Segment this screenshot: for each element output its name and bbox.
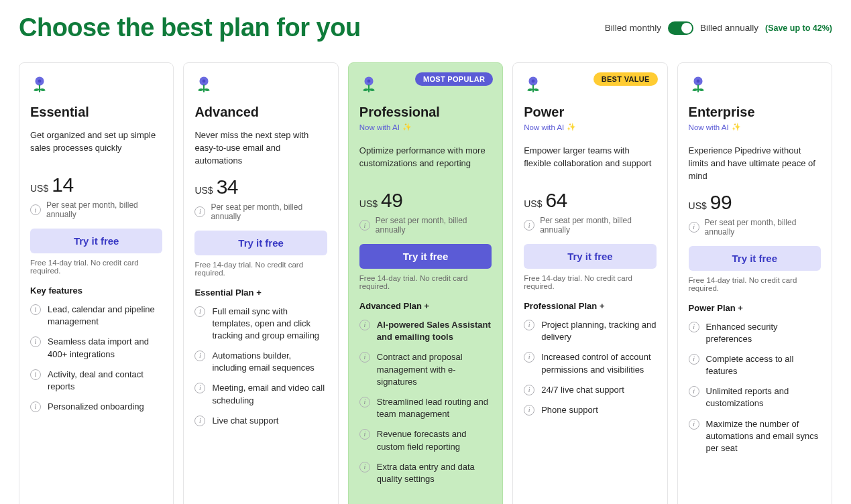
features-list: i AI-powered Sales Assistant and emailin… xyxy=(359,319,492,485)
see-all-features-link[interactable]: See all features xyxy=(359,485,492,504)
info-icon[interactable]: i xyxy=(359,429,370,440)
info-icon[interactable]: i xyxy=(359,220,370,231)
info-icon[interactable]: i xyxy=(689,322,699,332)
info-icon[interactable]: i xyxy=(689,354,699,365)
try-free-button[interactable]: Try it free xyxy=(524,244,656,269)
info-icon[interactable]: i xyxy=(689,386,699,397)
price-row: US$ 14 xyxy=(30,174,162,196)
see-all-features-link[interactable]: See all features xyxy=(194,485,327,504)
info-icon[interactable]: i xyxy=(689,419,699,430)
try-free-button[interactable]: Try it free xyxy=(359,244,492,269)
info-icon[interactable]: i xyxy=(689,222,699,233)
currency-label: US$ xyxy=(30,183,48,194)
info-icon[interactable]: i xyxy=(359,320,370,330)
feature-text: Increased control of account permissions… xyxy=(541,351,656,375)
billing-toggle[interactable] xyxy=(668,21,693,35)
info-icon[interactable]: i xyxy=(194,306,205,317)
flower-icon xyxy=(524,75,543,97)
feature-text: Live chat support xyxy=(212,415,278,427)
feature-item: i 24/7 live chat support xyxy=(524,384,656,396)
info-icon[interactable]: i xyxy=(194,383,205,393)
billing-toggle-group: Billed monthly Billed annually (Save up … xyxy=(605,21,832,35)
price-amount: 99 xyxy=(710,191,732,214)
ai-tag-label: Now with AI xyxy=(524,123,564,131)
info-icon[interactable]: i xyxy=(524,385,534,395)
plan-name: Enterprise xyxy=(689,105,821,120)
feature-item: i Contract and proposal management with … xyxy=(359,351,492,388)
plan-badge: MOST POPULAR xyxy=(415,72,493,86)
info-icon[interactable]: i xyxy=(359,462,370,472)
feature-item: i Activity, deal and contact reports xyxy=(30,369,162,393)
feature-text: Personalized onboarding xyxy=(48,401,144,413)
trial-note: Free 14-day trial. No credit card requir… xyxy=(524,274,656,290)
info-icon[interactable]: i xyxy=(30,304,41,315)
info-icon[interactable]: i xyxy=(30,401,41,412)
see-all-features-link[interactable]: See all features xyxy=(30,485,162,504)
plan-name: Essential xyxy=(30,105,162,120)
flower-icon xyxy=(359,75,378,97)
feature-item: i Full email sync with templates, open a… xyxy=(194,306,327,342)
feature-text: Enhanced security preferences xyxy=(706,321,821,345)
features-heading: Advanced Plan + xyxy=(359,301,492,311)
feature-item: i Seamless data import and 400+ integrat… xyxy=(30,336,162,360)
info-icon[interactable]: i xyxy=(194,206,205,217)
try-free-button[interactable]: Try it free xyxy=(689,246,821,271)
price-row: US$ 64 xyxy=(524,189,656,212)
trial-note: Free 14-day trial. No credit card requir… xyxy=(30,259,162,275)
billed-monthly-label[interactable]: Billed monthly xyxy=(605,23,661,33)
info-icon[interactable]: i xyxy=(30,204,41,215)
try-free-button[interactable]: Try it free xyxy=(30,229,162,253)
price-row: US$ 99 xyxy=(689,191,821,214)
price-amount: 14 xyxy=(52,174,73,196)
info-icon[interactable]: i xyxy=(524,352,534,363)
feature-text: Phone support xyxy=(541,404,598,416)
feature-text: Unlimited reports and customizations xyxy=(706,385,821,410)
ai-tag: Now with AI ✨ xyxy=(359,123,492,131)
ai-tag: Now with AI ✨ xyxy=(524,123,656,131)
price-amount: 49 xyxy=(381,189,402,212)
feature-text: Automations builder, including email seq… xyxy=(212,350,327,374)
info-icon[interactable]: i xyxy=(194,416,205,426)
info-icon[interactable]: i xyxy=(30,336,41,347)
features-list: i Enhanced security preferences i Comple… xyxy=(689,321,821,455)
price-note-text: Per seat per month, billed annually xyxy=(46,200,162,219)
info-icon[interactable]: i xyxy=(524,405,534,416)
price-note: i Per seat per month, billed annually xyxy=(359,216,492,235)
see-all-features-link[interactable]: See all features xyxy=(524,485,656,504)
trial-note: Free 14-day trial. No credit card requir… xyxy=(689,276,821,292)
price-note-text: Per seat per month, billed annually xyxy=(540,216,656,235)
price-note: i Per seat per month, billed annually xyxy=(194,202,327,221)
info-icon[interactable]: i xyxy=(194,351,205,361)
billed-annually-label[interactable]: Billed annually xyxy=(700,23,758,33)
svg-point-7 xyxy=(532,80,535,83)
feature-item: i Increased control of account permissio… xyxy=(524,351,656,375)
plan-description: Empower larger teams with flexible colla… xyxy=(524,145,656,181)
info-icon[interactable]: i xyxy=(524,220,534,231)
svg-point-1 xyxy=(38,80,42,83)
try-free-button[interactable]: Try it free xyxy=(194,231,327,255)
page-title: Choose the best plan for you xyxy=(19,13,361,42)
plan-card-power: BEST VALUE Power Now with AI ✨ Empower l… xyxy=(512,62,667,504)
info-icon[interactable]: i xyxy=(524,320,534,330)
features-heading: Essential Plan + xyxy=(194,288,327,298)
pricing-header: Choose the best plan for you Billed mont… xyxy=(19,13,832,42)
price-amount: 34 xyxy=(217,176,238,198)
trial-note: Free 14-day trial. No credit card requir… xyxy=(359,274,492,290)
price-note: i Per seat per month, billed annually xyxy=(524,216,656,235)
feature-text: Project planning, tracking and delivery xyxy=(541,319,656,343)
sparkle-icon: ✨ xyxy=(402,123,412,131)
currency-label: US$ xyxy=(689,200,707,211)
price-note: i Per seat per month, billed annually xyxy=(30,200,162,219)
plan-card-essential: Essential Get organized and set up simpl… xyxy=(19,62,174,504)
feature-item: i Phone support xyxy=(524,404,656,416)
see-all-features-link[interactable]: See all features xyxy=(689,485,821,504)
info-icon[interactable]: i xyxy=(359,352,370,363)
flower-icon xyxy=(689,75,707,97)
trial-note: Free 14-day trial. No credit card requir… xyxy=(194,261,327,277)
plan-description: Get organized and set up simple sales pr… xyxy=(30,129,162,166)
features-list: i Project planning, tracking and deliver… xyxy=(524,319,656,416)
feature-text: Lead, calendar and pipeline management xyxy=(48,304,162,328)
price-note: i Per seat per month, billed annually xyxy=(689,218,821,237)
info-icon[interactable]: i xyxy=(359,397,370,407)
info-icon[interactable]: i xyxy=(30,369,41,380)
